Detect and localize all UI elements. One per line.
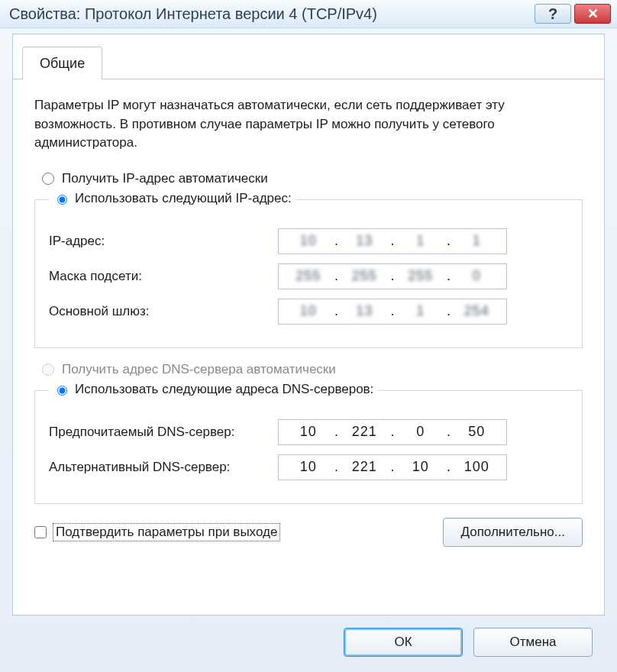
dialog-footer-buttons: ОК Отмена bbox=[344, 628, 593, 657]
window-title: Свойства: Протокол Интернета версии 4 (T… bbox=[9, 5, 531, 23]
tab-general-label: Общие bbox=[40, 56, 85, 72]
properties-dialog: Свойства: Протокол Интернета версии 4 (T… bbox=[0, 0, 617, 672]
ip-auto-radio[interactable] bbox=[42, 173, 54, 185]
title-bar: Свойства: Протокол Интернета версии 4 (T… bbox=[0, 0, 617, 28]
intro-text: Параметры IP могут назначаться автоматич… bbox=[34, 96, 583, 153]
advanced-button[interactable]: Дополнительно... bbox=[443, 518, 583, 547]
ip-address-input[interactable]: 10. 13. 1. 1 bbox=[278, 228, 507, 254]
dns-manual-group: Использовать следующие адреса DNS-сервер… bbox=[34, 382, 583, 504]
tab-strip: Общие bbox=[13, 47, 604, 79]
dns-manual-legend[interactable]: Использовать следующие адреса DNS-сервер… bbox=[49, 382, 378, 399]
gateway-field: Основной шлюз: 10. 13. 1. 254 bbox=[49, 299, 568, 325]
dns-auto-radio bbox=[42, 363, 54, 376]
dns-alternate-input[interactable]: 10. 221. 10. 100 bbox=[278, 454, 507, 480]
subnet-mask-field: Маска подсети: 255. 255. 255. 0 bbox=[49, 263, 568, 289]
dns-alternate-field: Альтернативный DNS-сервер: 10. 221. 10. … bbox=[49, 454, 568, 480]
close-button[interactable]: ✕ bbox=[574, 4, 611, 24]
bottom-row: Подтвердить параметры при выходе Дополни… bbox=[34, 518, 583, 547]
help-button[interactable]: ? bbox=[535, 4, 571, 24]
help-icon: ? bbox=[548, 5, 557, 23]
ip-auto-label: Получить IP-адрес автоматически bbox=[62, 171, 268, 186]
cancel-button[interactable]: Отмена bbox=[473, 628, 593, 657]
ok-button[interactable]: ОК bbox=[344, 628, 463, 657]
dns-auto-label: Получить адрес DNS-сервера автоматически bbox=[62, 362, 336, 377]
gateway-label: Основной шлюз: bbox=[49, 304, 278, 319]
subnet-mask-input[interactable]: 255. 255. 255. 0 bbox=[278, 263, 507, 289]
close-icon: ✕ bbox=[587, 5, 599, 22]
tab-page-general: Параметры IP могут назначаться автоматич… bbox=[13, 79, 604, 559]
dns-manual-radio[interactable] bbox=[57, 386, 67, 396]
ip-manual-legend[interactable]: Использовать следующий IP-адрес: bbox=[49, 191, 296, 208]
ip-manual-radio[interactable] bbox=[57, 195, 67, 205]
validate-on-exit-checkbox[interactable] bbox=[34, 526, 47, 538]
dns-alternate-label: Альтернативный DNS-сервер: bbox=[49, 460, 278, 475]
dns-preferred-input[interactable]: 10. 221. 0. 50 bbox=[278, 419, 507, 445]
dns-preferred-label: Предпочитаемый DNS-сервер: bbox=[49, 425, 278, 440]
ip-manual-label: Использовать следующий IP-адрес: bbox=[75, 191, 292, 206]
dns-manual-label: Использовать следующие адреса DNS-сервер… bbox=[75, 382, 373, 397]
ip-address-label: IP-адрес: bbox=[49, 234, 278, 249]
dialog-client-area: Общие Параметры IP могут назначаться авт… bbox=[12, 34, 605, 615]
subnet-mask-label: Маска подсети: bbox=[49, 269, 278, 284]
validate-on-exit-row[interactable]: Подтвердить параметры при выходе bbox=[34, 523, 280, 541]
gateway-input[interactable]: 10. 13. 1. 254 bbox=[278, 299, 507, 325]
ip-auto-row[interactable]: Получить IP-адрес автоматически bbox=[42, 171, 583, 186]
tab-general[interactable]: Общие bbox=[22, 47, 102, 80]
ip-address-field: IP-адрес: 10. 13. 1. 1 bbox=[49, 228, 568, 254]
dns-preferred-field: Предпочитаемый DNS-сервер: 10. 221. 0. 5… bbox=[49, 419, 568, 445]
ip-manual-group: Использовать следующий IP-адрес: IP-адре… bbox=[34, 191, 583, 348]
dns-auto-row: Получить адрес DNS-сервера автоматически bbox=[42, 362, 583, 377]
validate-on-exit-label: Подтвердить параметры при выходе bbox=[53, 523, 280, 541]
